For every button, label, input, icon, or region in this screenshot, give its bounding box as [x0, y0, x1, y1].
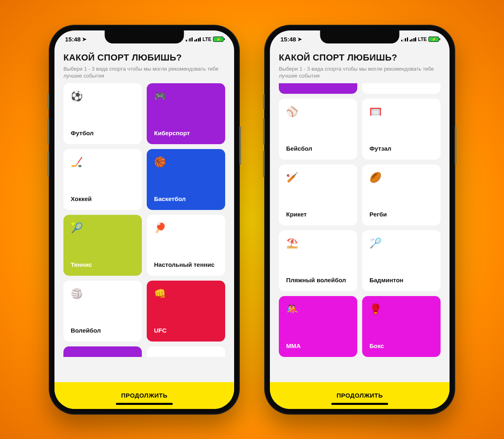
sport-card[interactable]: 🏏Крикет — [279, 164, 357, 225]
signal-icon-2 — [410, 37, 417, 41]
sport-label: Футбол — [71, 130, 135, 137]
sport-card-peek[interactable] — [362, 83, 441, 94]
sport-card[interactable]: 🏉Регби — [362, 164, 441, 225]
sport-label: Киберспорт — [154, 130, 218, 137]
sport-label: Бокс — [369, 342, 433, 350]
sport-card[interactable]: ⚾Бейсбол — [279, 99, 357, 160]
sport-icon: 🥊 — [369, 304, 433, 314]
notch — [105, 30, 184, 43]
location-icon: ➤ — [82, 36, 87, 42]
sport-icon: 🥅 — [369, 107, 433, 117]
sport-label: Баскетбол — [154, 195, 218, 203]
phone-mockup-left: 15:48 ➤ LTE ⚡ КАКОЙ СПОРТ ЛЮБИШЬ? Выбери… — [49, 25, 240, 415]
sport-card-peek[interactable] — [63, 346, 142, 357]
network-label: LTE — [418, 37, 427, 42]
continue-button[interactable]: ПРОДОЛЖИТЬ — [54, 382, 234, 409]
status-time: 15:48 — [65, 36, 80, 43]
sport-icon: 🎾 — [71, 223, 135, 233]
sport-grid[interactable]: ⚾Бейсбол🥅Футзал🏏Крикет🏉Регби⛱️Пляжный во… — [279, 83, 441, 357]
continue-label: ПРОДОЛЖИТЬ — [337, 392, 383, 399]
sport-label: Теннис — [71, 261, 135, 268]
continue-button[interactable]: ПРОДОЛЖИТЬ — [270, 382, 450, 409]
continue-label: ПРОДОЛЖИТЬ — [121, 392, 167, 399]
sport-icon: 🏉 — [369, 173, 433, 182]
sport-icon: ⚾ — [286, 107, 350, 117]
page-title: КАКОЙ СПОРТ ЛЮБИШЬ? — [63, 52, 225, 63]
sport-label: Волейбол — [71, 327, 135, 334]
sport-card[interactable]: 🏸Бадминтон — [362, 230, 441, 291]
sport-icon: 🏏 — [286, 173, 350, 182]
sport-icon: 🏒 — [71, 157, 135, 167]
sport-icon: 🏐 — [71, 289, 135, 298]
sport-card[interactable]: 🎮Киберспорт — [147, 83, 225, 144]
sport-card-peek[interactable] — [147, 346, 225, 357]
sport-card[interactable]: 🏒Хоккей — [63, 149, 142, 210]
home-indicator — [116, 403, 173, 405]
sport-icon: ⛱️ — [286, 238, 350, 248]
signal-icon — [186, 37, 193, 41]
sport-label: MMA — [286, 342, 350, 350]
sport-card[interactable]: 🥊Бокс — [362, 296, 441, 357]
sport-card[interactable]: 🥅Футзал — [362, 99, 441, 160]
sport-card[interactable]: 🤼MMA — [279, 296, 357, 357]
network-label: LTE — [202, 37, 211, 42]
sport-card[interactable]: 🏓Настольный теннис — [147, 215, 225, 276]
sport-icon: 🤼 — [286, 304, 350, 314]
sport-card[interactable]: ⚽Футбол — [63, 83, 142, 144]
signal-icon-2 — [194, 37, 201, 41]
sport-label: Бейсбол — [286, 145, 350, 152]
sport-label: Бадминтон — [369, 277, 433, 284]
sport-label: Пляжный волейбол — [286, 277, 350, 284]
sport-label: Настольный теннис — [154, 261, 218, 268]
sport-label: Регби — [369, 211, 433, 218]
sport-label: Футзал — [369, 145, 433, 152]
sport-icon: 🏸 — [369, 238, 433, 248]
sport-icon: 🏀 — [154, 157, 218, 167]
sport-card-peek[interactable] — [279, 83, 357, 94]
sport-card[interactable]: 🎾Теннис — [63, 215, 142, 276]
sport-card[interactable]: 🏀Баскетбол — [147, 149, 225, 210]
sport-grid[interactable]: ⚽Футбол🎮Киберспорт🏒Хоккей🏀Баскетбол🎾Тенн… — [63, 83, 225, 357]
signal-icon — [401, 37, 408, 41]
sport-card[interactable]: ⛱️Пляжный волейбол — [279, 230, 357, 291]
sport-card[interactable]: 🏐Волейбол — [63, 281, 142, 342]
battery-icon: ⚡ — [428, 37, 439, 42]
phone-mockup-right: 15:48 ➤ LTE ⚡ КАКОЙ СПОРТ ЛЮБИШЬ? Выбери… — [264, 25, 455, 415]
sport-label: Хоккей — [71, 195, 135, 203]
sport-label: Крикет — [286, 211, 350, 218]
battery-icon: ⚡ — [213, 37, 224, 42]
notch — [320, 30, 400, 43]
sport-icon: 🎮 — [154, 91, 218, 101]
home-indicator — [331, 403, 388, 405]
page-title: КАКОЙ СПОРТ ЛЮБИШЬ? — [279, 52, 441, 63]
sport-label: UFC — [154, 327, 218, 334]
sport-card[interactable]: 👊UFC — [147, 281, 225, 342]
sport-icon: 👊 — [154, 289, 218, 298]
page-subtitle: Выбери 1 - 3 вида спорта чтобы мы могли … — [279, 65, 441, 80]
status-time: 15:48 — [280, 36, 296, 43]
sport-icon: 🏓 — [154, 223, 218, 233]
sport-icon: ⚽ — [71, 91, 135, 101]
location-icon: ➤ — [298, 36, 302, 42]
page-subtitle: Выбери 1 - 3 вида спорта чтобы мы могли … — [63, 65, 225, 80]
